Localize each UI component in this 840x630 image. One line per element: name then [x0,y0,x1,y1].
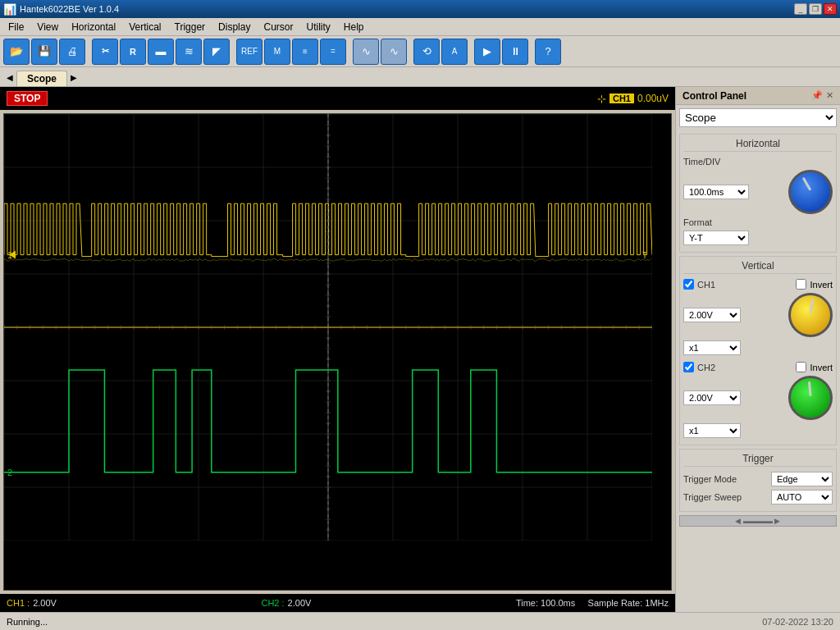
meas-button[interactable]: ≡ [292,39,318,65]
ch1-status: CH1 : 2.00V [7,598,57,608]
cp-ch1-row: CH1 Invert [683,279,833,290]
cp-ch2-label: CH2 [697,363,715,372]
cp-ch1-checkbox-group: CH1 [683,279,715,290]
ch1-indicator: ⊹ CH1 0.00uV [597,93,669,105]
title-bar-controls: _ ❐ ✕ [794,3,837,15]
minimize-button[interactable]: _ [794,3,807,15]
cp-trigger-mode-select[interactable]: Edge [771,472,833,486]
ch2-vertical-knob-indicator [808,381,812,396]
cp-scope-dropdown[interactable]: Scope [679,108,837,127]
cp-time-div-select-row: 100.0ms [683,170,833,214]
cp-scope-select[interactable]: Scope [679,108,837,127]
cp-trigger-sweep-label: Trigger Sweep [683,492,742,502]
cp-horizontal-section: Horizontal Time/DIV 100.0ms Format [679,134,837,253]
save-button[interactable]: 💾 [31,39,57,65]
sample-rate-value: Sample Rate: 1MHz [588,598,669,608]
cp-ch2-invert-label: Invert [810,363,833,372]
horizontal-knob[interactable] [788,170,833,214]
wave1-button[interactable]: ∿ [353,39,379,65]
cp-vertical-title: Vertical [683,260,833,274]
dual-button[interactable]: ≋ [176,39,202,65]
cp-ch2-probe-select[interactable]: x1 [683,423,741,438]
open-button[interactable]: 📂 [3,39,30,65]
toolbar: 📂 💾 🖨 ✂ R ▬ ≋ ◤ REF M ≡ = ∿ ∿ ⟲ A ▶ ⏸ ? [0,36,840,67]
horizontal-knob-indicator [802,177,812,191]
date-label: 07-02-2022 13:20 [762,617,833,627]
print-button[interactable]: 🖨 [59,39,85,65]
control-panel-content: Horizontal Time/DIV 100.0ms Format [676,130,840,612]
cp-time-div-select[interactable]: 100.0ms [683,185,749,199]
run-button[interactable]: R [120,39,146,65]
cp-pin-button[interactable]: 📌 [811,90,823,101]
cursor-button[interactable]: = [320,39,346,65]
cp-horizontal-title: Horizontal [683,138,833,152]
menu-horizontal[interactable]: Horizontal [65,20,122,34]
ref-button[interactable]: REF [236,39,262,65]
cp-ch1-voltage-select[interactable]: 2.00V [683,308,741,322]
menu-help[interactable]: Help [337,20,371,34]
tab-bar: ◀ Scope ▶ [0,67,840,87]
cp-format-row: Format [683,217,833,227]
control-panel: Control Panel 📌 ✕ Scope Horizontal Time/… [676,87,840,612]
tab-prev-arrow[interactable]: ◀ [3,68,16,86]
cp-ch2-probe-row: x1 [683,423,833,438]
cp-ch1-voltage-row: 2.00V [683,293,833,337]
cp-format-select[interactable]: Y-T [683,231,749,245]
menu-vertical[interactable]: Vertical [122,20,167,34]
running-status-bar: Running... 07-02-2022 13:20 [0,612,840,630]
restore-button[interactable]: ❐ [809,3,822,15]
cp-ch1-label: CH1 [697,280,715,290]
cp-ch2-invert-checkbox[interactable] [796,362,806,372]
cp-ch1-invert-checkbox[interactable] [796,279,806,290]
cp-scrollbar[interactable]: ◀ ▬▬▬▬ ▶ [679,515,837,527]
menu-display[interactable]: Display [212,20,257,34]
auto-button[interactable]: A [441,39,468,65]
ch1-vertical-knob[interactable] [788,293,833,337]
pause-button[interactable]: ⏸ [502,39,528,65]
ch1-box: CH1 [609,94,634,103]
cp-ch1-invert-group: Invert [796,279,833,290]
scope-area: STOP ⊹ CH1 0.00uV CH1 : 2.00V CH2 : 2.00… [0,87,676,612]
ch2-status-value: 2.00V [288,598,312,608]
menu-trigger[interactable]: Trigger [168,20,212,34]
cp-close-button[interactable]: ✕ [826,90,833,101]
tab-scope[interactable]: Scope [16,71,67,86]
play-button[interactable]: ▶ [474,39,500,65]
help-button[interactable]: ? [535,39,561,65]
wave2-button[interactable]: ∿ [381,39,407,65]
cp-ch2-checkbox[interactable] [683,362,694,372]
ch2-vertical-knob[interactable] [788,376,833,420]
cp-time-div-label: Time/DIV [683,157,720,167]
scope-header: STOP ⊹ CH1 0.00uV [0,87,675,110]
cp-ch2-voltage-select[interactable]: 2.00V [683,390,741,405]
ch1-status-value: 2.00V [33,598,57,608]
menu-cursor[interactable]: Cursor [257,20,299,34]
cp-time-div-row: Time/DIV [683,157,833,167]
menu-utility[interactable]: Utility [299,20,336,34]
cut-button[interactable]: ✂ [92,39,118,65]
menu-file[interactable]: File [2,20,30,34]
stop-badge: STOP [7,91,48,106]
cp-ch1-invert-label: Invert [810,280,833,290]
main-area: STOP ⊹ CH1 0.00uV CH1 : 2.00V CH2 : 2.00… [0,87,840,612]
cp-ch1-probe-row: x1 [683,340,833,355]
tab-next-arrow[interactable]: ▶ [67,68,80,86]
fft-button[interactable]: ◤ [203,39,230,65]
undo-button[interactable]: ⟲ [413,39,440,65]
ch1-status-label: CH1 : [7,598,30,608]
cp-format-label: Format [683,217,712,227]
cp-ch2-checkbox-group: CH2 [683,362,715,372]
close-button[interactable]: ✕ [824,3,837,15]
ch2-status: CH2 : 2.00V [261,598,311,608]
cp-ch1-probe-select[interactable]: x1 [683,340,741,355]
cp-trigger-sweep-select[interactable]: AUTO [771,490,833,504]
menu-view[interactable]: View [30,20,65,34]
scope-waveform-area [3,113,672,591]
single-button[interactable]: ▬ [148,39,174,65]
cp-ch2-voltage-row: 2.00V [683,376,833,420]
cp-ch2-invert-group: Invert [796,362,833,372]
cp-trigger-mode-row: Trigger Mode Edge [683,472,833,486]
math-button[interactable]: M [264,39,290,65]
cp-ch1-checkbox[interactable] [683,279,694,290]
ch2-status-label: CH2 : [261,598,284,608]
